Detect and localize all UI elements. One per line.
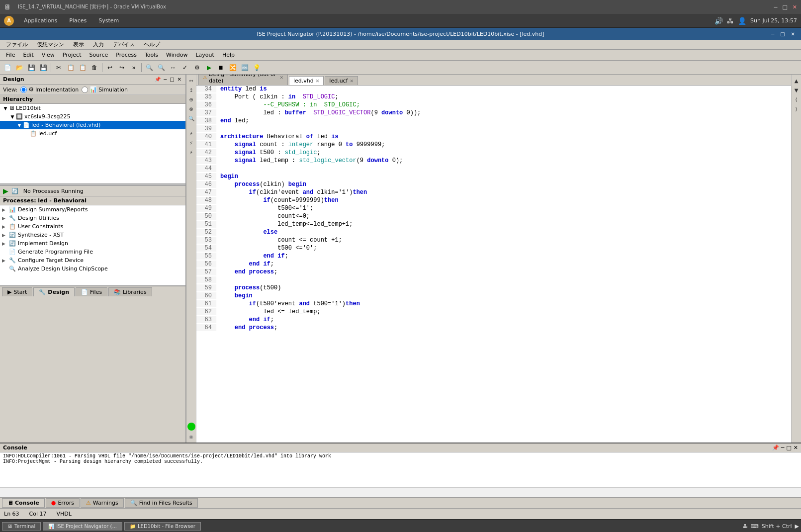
tree-item-xc6[interactable]: ▼ 🔲 xc6slx9-3csg225 (0, 112, 185, 121)
copy-btn[interactable]: 📋 (65, 62, 76, 73)
etab-design-summary[interactable]: ⚠ Design Summary (out of date) ✕ (198, 75, 288, 85)
menu-item-process[interactable]: Process (112, 51, 141, 59)
delete-btn[interactable]: 🗑 (89, 62, 100, 73)
more-btn[interactable]: » (128, 62, 139, 73)
menu-item-view[interactable]: View (38, 51, 59, 59)
tree-expand-2[interactable]: ▼ (9, 114, 16, 119)
tab-start[interactable]: ▶ Start (2, 287, 32, 296)
process-generate[interactable]: 📄 Generate Programming File (0, 248, 185, 256)
strip-btn-2[interactable]: ↕ (187, 86, 195, 94)
rstrip-btn-2[interactable]: ▼ (793, 86, 801, 94)
menu-item-edit[interactable]: Edit (19, 51, 37, 59)
vbox-menu-item-5[interactable]: ヘルプ (140, 40, 164, 49)
taskbar-ise[interactable]: 📊 ISE Project Navigator (... (43, 522, 122, 531)
green-indicator[interactable] (187, 423, 195, 431)
save-all-btn[interactable]: 💾 (38, 62, 49, 73)
impl-radio[interactable] (20, 87, 27, 93)
ctab-errors[interactable]: ● Errors (46, 498, 80, 508)
tree-item-led10bit[interactable]: ▼ 🖥 LED10bit (0, 104, 185, 112)
vbox-menu-item-3[interactable]: 入力 (89, 40, 108, 49)
help-btn[interactable]: 💡 (251, 62, 262, 73)
strip-btn-6[interactable]: ⚡ (187, 129, 195, 137)
console-hscroll[interactable] (0, 487, 801, 497)
console-pin-btn[interactable]: 📌 (772, 444, 779, 451)
etab-design-summary-close[interactable]: ✕ (279, 75, 283, 80)
process-implement[interactable]: ▶ 🔄 Implement Design (0, 239, 185, 248)
code-editor[interactable]: 34entity led is35 Port ( clkin : in STD_… (196, 86, 791, 443)
strip-btn-7[interactable]: ⚡ (187, 139, 195, 147)
save-btn[interactable]: 💾 (26, 62, 37, 73)
new-btn[interactable]: 📄 (2, 62, 13, 73)
panel-close-btn[interactable]: ✕ (177, 77, 182, 82)
applications-menu[interactable]: Applications (22, 16, 59, 25)
process-configure[interactable]: ▶ 🔧 Configure Target Device (0, 256, 185, 265)
menu-item-file[interactable]: File (2, 51, 19, 59)
process-list[interactable]: ▶ 📊 Design Summary/Reports ▶ 🔧 Design Ut… (0, 205, 185, 285)
process-design-utilities[interactable]: ▶ 🔧 Design Utilities (0, 214, 185, 222)
run-btn[interactable]: ▶ (203, 62, 214, 73)
tab-libraries[interactable]: 📚 Libraries (108, 287, 152, 296)
strip-btn-8[interactable]: ⚡ (187, 148, 195, 156)
taskbar-filebrowser[interactable]: 📁 LED10bit - File Browser (124, 522, 201, 531)
network-icon[interactable]: 🖧 (727, 17, 734, 25)
vbox-menu-item-4[interactable]: デバイス (109, 40, 139, 49)
flow-btn[interactable]: 🔀 (227, 62, 238, 73)
rstrip-btn-3[interactable]: ⟨ (793, 95, 801, 103)
expand-design-summary[interactable]: ▶ (2, 207, 7, 212)
rstrip-btn-4[interactable]: ⟩ (793, 105, 801, 113)
taskbar-icon-1[interactable]: 🖧 (742, 523, 748, 530)
etab-led-vhd-close[interactable]: ✕ (316, 79, 320, 84)
console-content[interactable]: INFO:HDLCompiler:1061 - Parsing VHDL fil… (0, 452, 801, 487)
tab-files[interactable]: 📄 Files (76, 287, 107, 296)
strip-btn-4[interactable]: ⊗ (187, 105, 195, 113)
tree-area[interactable]: ▼ 🖥 LED10bit ▼ 🔲 xc6slx9-3csg225 ▼ 📄 led… (0, 104, 185, 183)
tab-design[interactable]: 🔧 Design (33, 287, 75, 296)
win-minimize[interactable]: ─ (769, 31, 776, 37)
win-close[interactable]: ✕ (789, 31, 797, 37)
compile-btn[interactable]: ⚙ (191, 62, 202, 73)
lang-btn[interactable]: 🔤 (239, 62, 250, 73)
maximize-icon[interactable]: □ (782, 4, 787, 10)
menu-item-project[interactable]: Project (59, 51, 86, 59)
strip-btn-1[interactable]: ↔ (187, 77, 195, 85)
ctab-console[interactable]: 🖥 Console (2, 498, 45, 508)
expand-synthesize[interactable]: ▶ (2, 233, 7, 238)
expand-design-utilities[interactable]: ▶ (2, 216, 7, 221)
panel-min-btn[interactable]: ─ (163, 77, 168, 82)
console-close-btn[interactable]: ✕ (794, 444, 798, 451)
menu-item-help[interactable]: Help (218, 51, 239, 59)
menu-item-layout[interactable]: Layout (191, 51, 218, 59)
find-btn[interactable]: 🔍 (144, 62, 155, 73)
check-btn[interactable]: ✓ (179, 62, 190, 73)
undo-btn[interactable]: ↩ (104, 62, 115, 73)
expand-configure[interactable]: ▶ (2, 258, 7, 263)
tree-item-led-behavioral[interactable]: ▼ 📄 led - Behavioral (led.vhd) (0, 121, 185, 129)
console-min-btn[interactable]: ─ (781, 444, 785, 451)
minimize-icon[interactable]: ─ (774, 4, 778, 10)
paste-btn[interactable]: 📋 (77, 62, 88, 73)
ctab-warnings[interactable]: ⚠ Warnings (81, 498, 124, 508)
replace-btn[interactable]: ↔ (168, 62, 178, 73)
menu-item-source[interactable]: Source (85, 51, 112, 59)
vbox-menu-item-1[interactable]: 仮想マシン (33, 40, 68, 49)
impl-radio-label[interactable]: ⚙ Implementation (20, 86, 79, 93)
etab-led-ucf-close[interactable]: ✕ (350, 79, 354, 84)
sim-radio[interactable] (82, 87, 88, 93)
taskbar-arrow[interactable]: ▶ (795, 523, 799, 530)
expand-implement[interactable]: ▶ (2, 241, 7, 246)
tree-item-led-ucf[interactable]: 📋 led.ucf (0, 129, 185, 138)
stop-btn[interactable]: ⏹ (215, 62, 226, 73)
sim-radio-label[interactable]: 📊 Simulation (82, 86, 128, 93)
rstrip-btn-1[interactable]: ▲ (793, 77, 801, 85)
taskbar-terminal[interactable]: 🖥 Terminal (2, 522, 41, 531)
volume-icon[interactable]: 🔊 (714, 17, 723, 25)
etab-led-ucf[interactable]: led.ucf ✕ (325, 76, 358, 85)
strip-btn-5[interactable]: 🔍 (187, 114, 195, 122)
vbox-menu-item-0[interactable]: ファイル (2, 40, 32, 49)
find-next-btn[interactable]: 🔍 (156, 62, 167, 73)
strip-btn-3[interactable]: ⊕ (187, 95, 195, 103)
strip-btn-9[interactable]: ◉ (187, 433, 195, 441)
process-chipscope[interactable]: 🔍 Analyze Design Using ChipScope (0, 265, 185, 273)
open-btn[interactable]: 📂 (14, 62, 25, 73)
menu-item-window[interactable]: Window (162, 51, 191, 59)
